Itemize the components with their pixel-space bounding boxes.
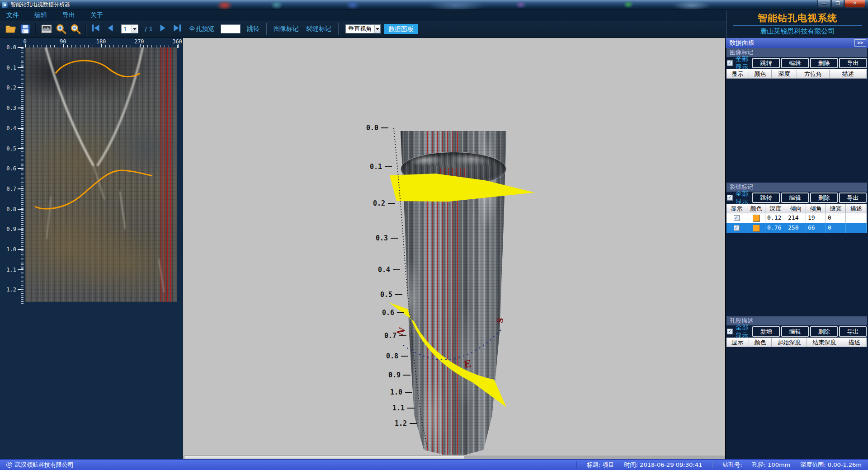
column-header: 显示 [726,70,749,78]
panel-button-导出[interactable]: 导出 [839,193,867,203]
borehole-3d-viewport[interactable]: N E S 0.00.10.20.30.40.50.60.70.80.91.01… [183,38,725,459]
row-show-cell[interactable] [726,213,747,223]
compass-north-label: N [395,325,407,337]
prev-page-icon[interactable] [105,23,117,35]
last-page-icon[interactable] [172,23,184,35]
menu-item-0[interactable]: 文件 [6,11,19,19]
section-buttons: 跳转编辑删除导出 [752,193,867,203]
depth-label: 0.8 [6,206,16,212]
table-header: 显示颜色深度方位角描述 [726,70,867,79]
maximize-button[interactable]: ❐ [831,0,844,8]
hole-sections-section: 孔段描述 全部显示 新增编辑删除导出 显示颜色起始深度结束深度描述 [726,316,867,459]
view-mode-dropdown-arrow-icon[interactable] [374,25,380,33]
table-row[interactable]: 0.12214190 [726,213,867,223]
column-header: 显示 [726,204,747,213]
menu-item-1[interactable]: 编辑 [34,11,47,19]
depth-label: 0.7 [6,186,16,192]
unwrapped-borehole-image[interactable] [25,47,177,302]
panel-button-删除[interactable]: 删除 [810,58,838,68]
depth-ruler-minor-ticks [21,47,24,304]
table-header: 显示颜色起始深度结束深度描述 [726,338,867,347]
fracture-sinusoid-1[interactable] [56,61,140,77]
close-button[interactable]: ✕ [844,0,865,8]
row-color-cell [747,223,765,233]
3d-depth-label: 1.2 [395,419,407,428]
full-hole-preview-button[interactable]: 全孔预览 [189,25,214,33]
row-cell: 0.12 [765,213,786,223]
image-mark-button[interactable]: 图像标记 [274,25,299,33]
data-panel-title: 数据面板 [729,39,755,46]
panel-button-编辑[interactable]: 编辑 [781,193,809,203]
jump-button[interactable]: 跳转 [247,25,259,33]
depth-label: 0.4 [6,125,16,132]
minimize-button[interactable]: — [817,0,831,8]
white-streak [159,259,164,292]
white-streak [120,191,125,229]
toolbar-separator [338,23,339,35]
panel-button-删除[interactable]: 删除 [810,193,838,203]
depth-label: 0.1 [6,65,16,71]
panel-button-跳转[interactable]: 跳转 [752,58,780,68]
first-page-icon[interactable] [91,23,103,35]
status-separator [712,461,712,468]
app-icon [2,2,8,8]
zoom-out-icon[interactable] [70,23,81,35]
column-header: 颜色 [747,204,765,213]
column-header: 深度 [772,70,797,78]
save-icon[interactable] [19,23,31,35]
open-file-icon[interactable] [5,23,17,35]
row-cell: 0.76 [765,223,786,233]
company-name: 唐山莱锐思科技有限公司 [727,27,868,36]
checkbox-icon[interactable] [734,225,740,231]
status-segment-1: 时间: 2018-06-29 09:30:41 [624,461,703,469]
cylinder-top-opening [401,152,506,186]
status-bar: © 武汉领航科技有限公司 标题: 项目时间: 2018-06-29 09:30:… [0,459,868,470]
panel-button-删除[interactable]: 删除 [810,326,838,337]
show-all-checkbox[interactable] [727,195,733,201]
table-row[interactable]: 0.76250660 [726,223,867,233]
horizontal-scrollbar[interactable] [183,456,725,459]
depth-label: 0.0 [6,44,16,51]
system-title: 智能钻孔电视系统 [727,12,868,24]
page-dropdown-arrow-icon[interactable] [132,25,137,33]
depth-label: 0.3 [6,105,16,111]
panel-button-编辑[interactable]: 编辑 [781,326,809,337]
view-mode-select[interactable]: 垂直视角 [345,24,381,33]
show-all-checkbox[interactable] [727,60,733,66]
next-page-icon[interactable] [158,23,170,35]
3d-depth-label: 1.1 [392,404,405,412]
column-header: 深度 [765,204,786,213]
jump-depth-input[interactable] [221,24,241,33]
depth-label: 1.1 [6,267,16,273]
menu-item-2[interactable]: 导出 [62,11,75,19]
borehole-annotations [25,47,177,302]
panel-button-导出[interactable]: 导出 [839,58,867,68]
fracture-mark-button[interactable]: 裂缝标记 [306,25,331,33]
row-show-cell[interactable] [726,223,747,233]
data-panel-toggle-button[interactable]: 数据面板 [384,24,418,34]
3d-depth-label: 0.1 [370,163,382,171]
full-image-preview-icon[interactable] [41,23,52,35]
menu-item-3[interactable]: 关于 [90,11,103,19]
status-company: 武汉领航科技有限公司 [15,461,74,469]
panel-button-跳转[interactable]: 跳转 [752,193,780,203]
angle-label: 0 [23,38,26,45]
page-total-label: / 1 [145,25,153,33]
page-number-input[interactable] [122,26,132,33]
panel-button-导出[interactable]: 导出 [839,326,867,337]
collapse-panel-button[interactable]: >> [854,39,866,47]
show-all-checkbox[interactable] [727,329,733,334]
zoom-in-icon[interactable] [55,23,67,35]
checkbox-icon[interactable] [734,215,740,221]
column-header: 描述 [830,70,867,78]
page-number-combo[interactable] [121,24,138,33]
table-body [726,347,867,459]
3d-depth-label: 0.2 [373,199,385,207]
panel-button-编辑[interactable]: 编辑 [781,58,809,68]
scrollbar-thumb[interactable] [184,456,464,459]
depth-label: 1.0 [6,246,16,253]
fracture-sinusoid-2[interactable] [35,170,152,209]
panel-button-新增[interactable]: 新增 [752,326,780,337]
depth-label: 0.9 [6,226,16,232]
data-panel: 数据面板 >> 图像标记 全部显示 跳转编辑删除导出 显示颜色深度方位角描述 裂… [725,38,868,459]
